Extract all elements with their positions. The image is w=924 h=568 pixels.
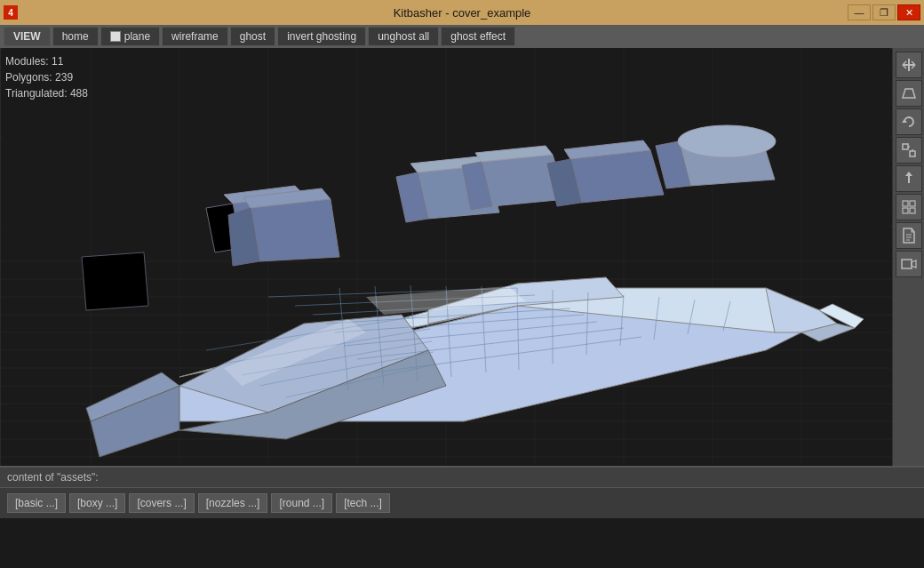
svg-marker-37	[251, 199, 339, 261]
document-tool-button[interactable]	[896, 222, 922, 249]
svg-rect-97	[910, 208, 915, 213]
plane-button[interactable]: plane	[100, 27, 160, 46]
bottom-panel: content of "assets": [basic ...][boxy ..…	[0, 466, 924, 518]
arrow-tool-button[interactable]	[896, 52, 922, 78]
window-controls: — ❐ ✕	[848, 4, 920, 20]
viewport[interactable]: Modules: 11 Polygons: 239 Triangulated: …	[0, 48, 892, 466]
svg-marker-79	[82, 252, 148, 310]
svg-rect-88	[903, 144, 908, 149]
close-button[interactable]: ✕	[897, 4, 920, 20]
svg-rect-89	[910, 151, 915, 156]
asset-item[interactable]: [tech ...]	[336, 493, 390, 513]
asset-item[interactable]: [round ...]	[271, 493, 332, 513]
minimize-button[interactable]: —	[848, 4, 871, 20]
main-area: Modules: 11 Polygons: 239 Triangulated: …	[0, 48, 924, 466]
asset-item[interactable]: [nozzles ...]	[198, 493, 268, 513]
svg-rect-102	[902, 260, 912, 268]
render-tool-button[interactable]	[896, 251, 922, 277]
restore-button[interactable]: ❐	[872, 4, 896, 20]
assets-label: content of "assets":	[0, 468, 924, 488]
svg-point-51	[678, 125, 776, 157]
title-bar: 4 Kitbasher - cover_example — ❐ ✕	[0, 0, 924, 25]
triangulated-info: Triangulated: 488	[5, 85, 88, 101]
svg-marker-46	[570, 150, 664, 203]
plane-checkbox[interactable]	[110, 31, 121, 42]
view-menu[interactable]: VIEW	[4, 27, 51, 46]
asset-item[interactable]: [covers ...]	[129, 493, 194, 513]
info-overlay: Modules: 11 Polygons: 239 Triangulated: …	[5, 53, 88, 101]
grid-tool-button[interactable]	[896, 194, 922, 220]
ghost-effect-button[interactable]: ghost effect	[441, 27, 515, 46]
unghost-all-button[interactable]: unghost all	[368, 27, 439, 46]
home-button[interactable]: home	[52, 27, 99, 46]
move-tool-button[interactable]	[896, 165, 922, 192]
svg-rect-96	[903, 208, 908, 213]
modules-info: Modules: 11	[5, 53, 88, 69]
rotate-tool-button[interactable]	[896, 108, 922, 135]
scale-tool-button[interactable]	[896, 137, 922, 164]
svg-rect-94	[903, 201, 908, 206]
title-text: Kitbasher - cover_example	[394, 6, 531, 20]
ghost-button[interactable]: ghost	[230, 27, 275, 46]
svg-marker-93	[905, 172, 912, 176]
app-icon: 4	[4, 5, 18, 20]
svg-marker-98	[904, 228, 914, 243]
right-toolbar	[892, 48, 924, 466]
asset-item[interactable]: [basic ...]	[7, 493, 66, 513]
svg-marker-87	[902, 119, 907, 123]
menu-bar: VIEW home plane wireframe ghost invert g…	[0, 25, 924, 48]
wireframe-button[interactable]: wireframe	[162, 27, 228, 46]
invert-ghosting-button[interactable]: invert ghosting	[277, 27, 366, 46]
svg-marker-86	[903, 89, 915, 98]
model-3d	[0, 48, 892, 466]
perspective-tool-button[interactable]	[896, 80, 922, 107]
svg-rect-95	[910, 201, 915, 206]
asset-list: [basic ...][boxy ...][covers ...][nozzle…	[0, 488, 924, 518]
polygons-info: Polygons: 239	[5, 69, 88, 85]
asset-item[interactable]: [boxy ...]	[69, 493, 125, 513]
